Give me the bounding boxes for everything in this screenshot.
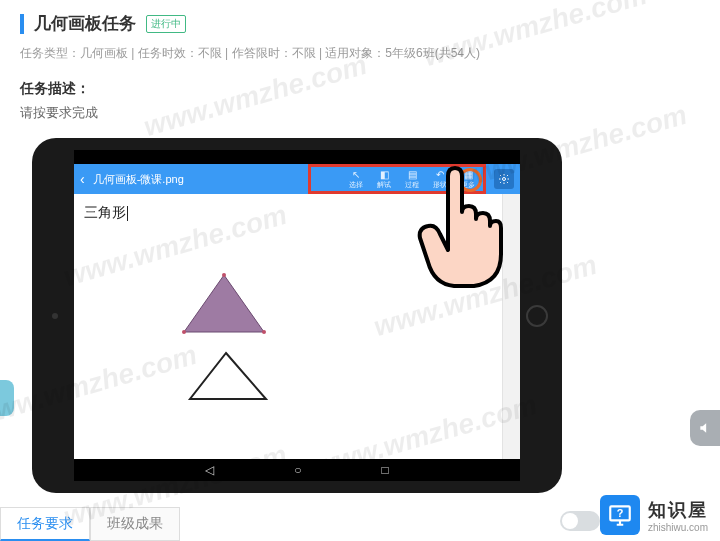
bottom-tabs: 任务要求 班级成果 <box>0 507 180 541</box>
undo-icon: ↶ <box>434 168 446 180</box>
nav-back-icon[interactable]: ◁ <box>205 463 214 477</box>
svg-marker-5 <box>190 353 266 399</box>
task-header: 几何画板任务 进行中 任务类型：几何画板 | 任务时效：不限 | 作答限时：不限… <box>0 0 720 126</box>
tab-requirements[interactable]: 任务要求 <box>0 507 90 541</box>
back-icon[interactable]: ‹ <box>80 171 85 187</box>
monitor-question-icon: ? <box>607 502 633 528</box>
cursor-icon: ↖ <box>350 168 362 180</box>
tablet-frame: ‹ 几何画板-微课.png ↖选择 ◧解试 ▤过程 ↶形状 ▦更多 三角形 <box>32 138 562 493</box>
svg-point-2 <box>222 273 226 277</box>
toolbar-more[interactable]: ▦更多 <box>454 166 482 192</box>
toolbar-shape[interactable]: ↶形状 <box>426 166 454 192</box>
android-status-bar <box>74 150 520 164</box>
app-header: ‹ 几何画板-微课.png ↖选择 ◧解试 ▤过程 ↶形状 ▦更多 <box>74 164 520 194</box>
android-nav-bar: ◁ ○ □ <box>74 459 520 481</box>
svg-point-4 <box>182 330 186 334</box>
desc-label: 任务描述： <box>20 80 700 98</box>
app-window: ‹ 几何画板-微课.png ↖选择 ◧解试 ▤过程 ↶形状 ▦更多 三角形 <box>74 164 520 459</box>
svg-point-3 <box>262 330 266 334</box>
brand-icon: ? <box>600 495 640 535</box>
toggle-switch[interactable] <box>560 511 600 531</box>
brand-text: 知识屋 zhishiwu.com <box>648 498 708 533</box>
svg-point-0 <box>503 178 506 181</box>
tablet-screen: ‹ 几何画板-微课.png ↖选择 ◧解试 ▤过程 ↶形状 ▦更多 三角形 <box>74 150 520 481</box>
toolbar-select[interactable]: ↖选择 <box>342 166 370 192</box>
svg-text:?: ? <box>617 507 624 519</box>
brand-cn: 知识屋 <box>648 498 708 522</box>
grid-icon: ▦ <box>462 168 474 180</box>
layers-icon: ▤ <box>406 168 418 180</box>
sound-icon <box>698 421 712 435</box>
left-side-tab[interactable] <box>0 380 14 416</box>
home-button[interactable] <box>526 305 548 327</box>
toolbar-eraser[interactable]: ◧解试 <box>370 166 398 192</box>
brand-en: zhishiwu.com <box>648 522 708 533</box>
file-name: 几何画板-微课.png <box>93 172 184 187</box>
brand-logo[interactable]: ? 知识屋 zhishiwu.com <box>600 495 708 535</box>
desc-text: 请按要求完成 <box>20 104 700 122</box>
outline-triangle[interactable] <box>184 349 274 405</box>
right-side-tab[interactable] <box>690 410 720 446</box>
status-badge: 进行中 <box>146 15 186 33</box>
tab-results[interactable]: 班级成果 <box>90 507 180 541</box>
svg-marker-1 <box>184 275 264 332</box>
task-meta: 任务类型：几何画板 | 任务时效：不限 | 作答限时：不限 | 适用对象：5年级… <box>20 45 700 62</box>
filled-triangle[interactable] <box>179 272 269 338</box>
nav-home-icon[interactable]: ○ <box>294 463 301 477</box>
canvas[interactable]: 三角形 <box>74 194 502 459</box>
vertical-scrollbar[interactable] <box>502 194 520 459</box>
nav-recent-icon[interactable]: □ <box>382 463 389 477</box>
toolbar: ↖选择 ◧解试 ▤过程 ↶形状 ▦更多 <box>342 166 482 192</box>
toolbar-process[interactable]: ▤过程 <box>398 166 426 192</box>
page-title: 几何画板任务 <box>34 12 136 35</box>
accent-bar <box>20 14 24 34</box>
gear-icon <box>498 173 510 185</box>
canvas-text-input[interactable]: 三角形 <box>84 204 128 222</box>
camera-dot <box>52 313 58 319</box>
eraser-icon: ◧ <box>378 168 390 180</box>
settings-button[interactable] <box>494 169 514 189</box>
